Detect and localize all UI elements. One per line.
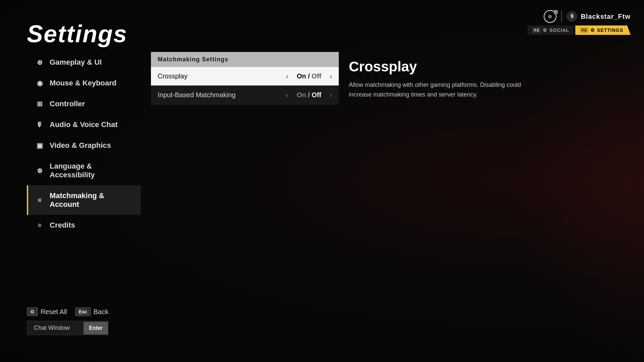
player-username: Blackstar_Ftw [581, 13, 631, 20]
sidebar-item-controller[interactable]: ⊞ Controller [27, 94, 141, 114]
controller-icon: ⊛ [544, 10, 556, 23]
chat-window-bar[interactable]: Chat Window Enter [27, 321, 108, 335]
ibm-arrow-right[interactable]: › [330, 91, 332, 99]
back-key-icon: Esc [75, 307, 91, 316]
sidebar-item-label: Video & Graphics [50, 141, 111, 150]
settings-icon: ⚙ [590, 27, 595, 33]
ibm-off: Off [312, 91, 321, 99]
sidebar-item-audio-voice-chat[interactable]: 🎙 Audio & Voice Chat [27, 114, 141, 135]
chat-window-label: Chat Window [27, 321, 84, 335]
sidebar-item-label: Gameplay & UI [50, 58, 102, 67]
tab-social[interactable]: F2 ⚙ SOCIAL [528, 25, 574, 35]
mouse-icon: ◉ [35, 79, 44, 87]
crossplay-arrow-right[interactable]: › [330, 72, 332, 80]
monitor-icon: ▣ [35, 141, 44, 149]
sidebar-item-label: Audio & Voice Chat [50, 120, 118, 129]
sidebar-item-mouse-keyboard[interactable]: ◉ Mouse & Keyboard [27, 73, 141, 94]
bottom-controls: G Reset All Esc Back Chat Window Enter [27, 307, 108, 335]
controller-sidebar-icon: ⊞ [35, 100, 44, 108]
sidebar-item-label: Language & Accessibility [50, 162, 134, 179]
ibm-arrow-left[interactable]: ‹ [286, 91, 288, 99]
reset-all-button[interactable]: G Reset All [27, 307, 67, 316]
sidebar-item-label: Matchmaking & Account [50, 191, 134, 209]
hud-area: ⊛ 9 Blackstar_Ftw F2 ⚙ SOCIAL F3 ⚙ SETTI… [528, 10, 631, 35]
mic-icon: 🎙 [35, 121, 44, 129]
sidebar-item-label: Mouse & Keyboard [50, 79, 116, 87]
crossplay-off: Off [312, 72, 321, 80]
setting-row-input-based-matchmaking[interactable]: Input-Based Matchmaking ‹ On / Off › [151, 86, 339, 105]
list-icon-credits: ≡ [35, 222, 44, 229]
page-title: Settings [27, 20, 127, 48]
tab-settings-label: SETTINGS [597, 27, 623, 33]
sidebar-item-label: Credits [50, 221, 75, 230]
sidebar: ⊕ Gameplay & UI ◉ Mouse & Keyboard ⊞ Con… [27, 52, 141, 236]
input-based-matchmaking-label: Input-Based Matchmaking [158, 91, 286, 99]
sidebar-item-matchmaking-account[interactable]: ≡ Matchmaking & Account [27, 185, 141, 215]
globe-icon: ⊛ [35, 167, 44, 175]
tab-settings[interactable]: F3 ⚙ SETTINGS [575, 25, 631, 35]
input-based-control: ‹ On / Off › [286, 91, 332, 99]
back-button[interactable]: Esc Back [75, 307, 108, 316]
tab-social-key: F2 [532, 27, 541, 33]
main-content: Matchmaking Settings Crossplay ‹ On / Of… [151, 52, 339, 105]
crossplay-value: On / Off [292, 72, 326, 80]
crossplay-label: Crossplay [158, 72, 286, 80]
reset-key-icon: G [27, 307, 38, 316]
sidebar-item-video-graphics[interactable]: ▣ Video & Graphics [27, 135, 141, 156]
tab-settings-key: F3 [580, 27, 588, 33]
control-buttons: G Reset All Esc Back [27, 307, 108, 316]
ibm-value: On / Off [292, 91, 326, 99]
reset-all-label: Reset All [41, 308, 67, 316]
gameplay-icon: ⊕ [35, 58, 44, 66]
section-header: Matchmaking Settings [151, 52, 339, 67]
crossplay-control: ‹ On / Off › [286, 72, 332, 80]
crossplay-on: On [297, 72, 306, 80]
sidebar-item-credits[interactable]: ≡ Credits [27, 215, 141, 236]
sidebar-item-label: Controller [50, 100, 85, 108]
sidebar-item-gameplay-ui[interactable]: ⊕ Gameplay & UI [27, 52, 141, 73]
description-panel: Crossplay Allow matchmaking with other g… [349, 59, 537, 100]
crossplay-arrow-left[interactable]: ‹ [286, 72, 288, 80]
ibm-on: On [297, 91, 306, 99]
sidebar-item-language-accessibility[interactable]: ⊛ Language & Accessibility [27, 156, 141, 185]
chat-window-enter-key[interactable]: Enter [84, 322, 108, 335]
player-info: ⊛ 9 Blackstar_Ftw [544, 10, 631, 23]
description-title: Crossplay [349, 59, 537, 75]
social-icon: ⚙ [543, 27, 547, 33]
tab-social-label: SOCIAL [549, 27, 569, 33]
back-label: Back [94, 308, 108, 316]
description-text: Allow matchmaking with other gaming plat… [349, 80, 537, 100]
hud-tabs: F2 ⚙ SOCIAL F3 ⚙ SETTINGS [528, 25, 631, 35]
setting-row-crossplay[interactable]: Crossplay ‹ On / Off › [151, 67, 339, 86]
player-level: 9 [567, 11, 577, 22]
list-icon-matchmaking: ≡ [35, 196, 44, 204]
